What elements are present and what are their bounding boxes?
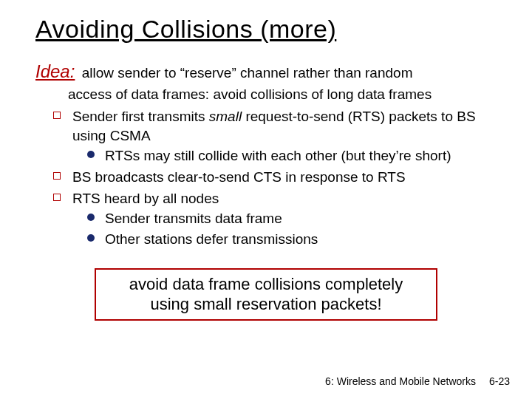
callout-line-2: using small reservation packets! (103, 294, 429, 315)
footer-chapter: 6: Wireless and Mobile Networks (325, 375, 476, 387)
bullet-1-sub-1-text: RTSs may still collide with each other (… (105, 148, 451, 163)
bullet-list: Sender first transmits small request-to-… (53, 107, 497, 248)
circle-bullet-icon (87, 214, 95, 221)
idea-label: Idea: (35, 61, 75, 81)
bullet-3-sub-1-text: Sender transmits data frame (105, 211, 282, 226)
footer-page: 6-23 (489, 375, 510, 387)
bullet-3-sub-1: Sender transmits data frame (87, 209, 497, 228)
circle-bullet-icon (87, 151, 95, 158)
slide: Avoiding Collisions (more) Idea: allow s… (0, 0, 532, 399)
bullet-1-em: small (209, 109, 242, 124)
callout-box: avoid data frame collisions completely u… (95, 268, 437, 321)
bullet-3-sub-2-text: Other stations defer transmissions (105, 231, 318, 247)
idea-line-2: access of data frames: avoid collisions … (68, 85, 497, 104)
bullet-1-pre: Sender first transmits (72, 109, 209, 124)
bullet-1-sublist: RTSs may still collide with each other (… (87, 146, 497, 166)
idea-text-1: allow sender to “reserve” channel rather… (82, 65, 413, 81)
bullet-2-text: BS broadcasts clear-to-send CTS in respo… (72, 169, 406, 185)
bullet-2: BS broadcasts clear-to-send CTS in respo… (53, 168, 497, 187)
footer: 6: Wireless and Mobile Networks 6-23 (325, 375, 510, 387)
square-bullet-icon (53, 112, 61, 119)
slide-title: Avoiding Collisions (more) (35, 15, 497, 44)
bullet-1-sub-1: RTSs may still collide with each other (… (87, 146, 497, 166)
bullet-3: RTS heard by all nodes Sender transmits … (53, 189, 497, 249)
square-bullet-icon (53, 172, 61, 180)
bullet-3-text: RTS heard by all nodes (72, 191, 219, 206)
bullet-3-sublist: Sender transmits data frame Other statio… (87, 209, 497, 248)
bullet-3-sub-2: Other stations defer transmissions (87, 230, 497, 249)
square-bullet-icon (53, 194, 61, 201)
circle-bullet-icon (87, 234, 95, 242)
idea-line-1: Idea: allow sender to “reserve” channel … (35, 60, 497, 83)
bullet-1: Sender first transmits small request-to-… (53, 107, 497, 166)
callout-line-1: avoid data frame collisions completely (103, 274, 429, 295)
